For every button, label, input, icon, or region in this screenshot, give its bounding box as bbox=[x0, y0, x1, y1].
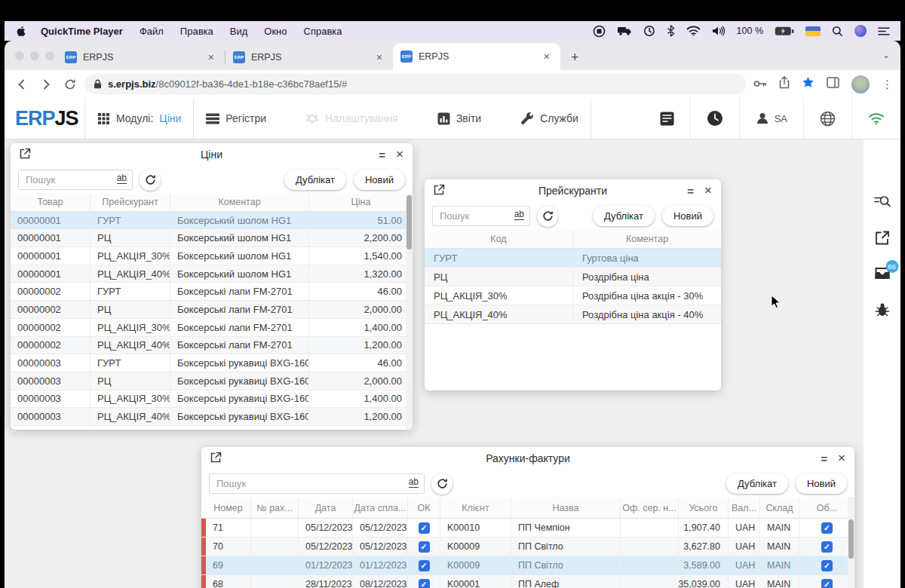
column-header[interactable]: Об... bbox=[799, 498, 854, 518]
column-header[interactable]: Прейскурант bbox=[90, 194, 170, 211]
duplicate-button[interactable]: Дублікат bbox=[726, 473, 788, 494]
rail-inbox-icon[interactable]: 66 bbox=[873, 266, 891, 283]
reload-button[interactable] bbox=[60, 75, 80, 94]
refresh-button[interactable] bbox=[431, 473, 452, 495]
volume-icon[interactable] bbox=[712, 26, 726, 36]
tab-close-icon[interactable]: × bbox=[373, 51, 385, 63]
rail-bug-icon[interactable] bbox=[875, 302, 890, 320]
nav-reports[interactable]: Звіти bbox=[437, 112, 481, 125]
bookmark-star-icon[interactable] bbox=[802, 76, 814, 92]
table-row[interactable]: 6828/11/202308/12/2023✓K00001ПП Алеф35,0… bbox=[201, 575, 854, 588]
duplicate-button[interactable]: Дублікат bbox=[593, 206, 655, 226]
table-row[interactable]: 00000003ГУРТБоксерські рукавиці BXG-1600… bbox=[11, 354, 413, 372]
column-header[interactable]: Вал... bbox=[729, 498, 760, 518]
siri-icon[interactable] bbox=[854, 25, 867, 37]
prices-titlebar[interactable]: Ціни =× bbox=[11, 143, 413, 166]
new-button[interactable]: Новий bbox=[354, 170, 405, 190]
column-header[interactable]: Усього bbox=[679, 498, 729, 518]
browser-tab-2[interactable]: ERP ERPJS × bbox=[225, 44, 393, 70]
menu-help[interactable]: Справка bbox=[304, 26, 342, 37]
bluetooth-icon[interactable] bbox=[667, 25, 675, 37]
column-header[interactable]: Оф. сер. н... bbox=[621, 498, 679, 518]
table-row[interactable]: 00000002ГУРТБоксерські лапи FM-270146.00 bbox=[11, 283, 413, 301]
new-tab-button[interactable]: + bbox=[571, 50, 579, 66]
delivery-truck-icon[interactable] bbox=[617, 26, 632, 36]
menubar-app-name[interactable]: QuickTime Player bbox=[41, 26, 123, 37]
checkbox-checked[interactable]: ✓ bbox=[419, 541, 430, 553]
modules-active-value[interactable]: Ціни bbox=[159, 112, 181, 124]
checkbox-checked[interactable]: ✓ bbox=[419, 579, 430, 588]
menu-window[interactable]: Окно bbox=[264, 26, 287, 37]
search-input[interactable] bbox=[209, 473, 425, 494]
refresh-button[interactable] bbox=[140, 170, 161, 191]
address-bar[interactable]: s.erpjs.biz/8c09012f-ba36-4de1-b18e-c36b… bbox=[84, 74, 746, 94]
new-button[interactable]: Новий bbox=[662, 206, 713, 226]
column-header[interactable]: Коментар bbox=[573, 230, 721, 248]
table-row[interactable]: 00000002РЦ_АКЦІЯ_30%Боксерські лапи FM-2… bbox=[11, 319, 413, 337]
side-panel-icon[interactable] bbox=[827, 77, 839, 91]
table-row[interactable]: 00000001ГУРТБоксерський шолом HG151.00 bbox=[11, 212, 413, 230]
header-news-button[interactable] bbox=[644, 98, 690, 139]
new-button[interactable]: Новий bbox=[796, 473, 847, 494]
tab-close-icon[interactable]: × bbox=[541, 51, 553, 63]
share-icon[interactable] bbox=[779, 76, 790, 92]
column-header[interactable]: Дата bbox=[299, 498, 353, 518]
checkbox-checked[interactable]: ✓ bbox=[821, 522, 833, 534]
column-header[interactable]: № рах... bbox=[251, 498, 299, 518]
rail-open-external-icon[interactable] bbox=[874, 230, 890, 249]
table-row[interactable]: РЦ_АКЦІЯ_40%Роздрібна ціна акція - 40% bbox=[425, 305, 721, 324]
minimize-icon[interactable]: = bbox=[687, 185, 694, 198]
tab-close-icon[interactable]: × bbox=[205, 51, 217, 63]
column-header[interactable]: Склад bbox=[760, 498, 799, 518]
column-header[interactable]: Товар bbox=[11, 194, 90, 211]
nav-services[interactable]: Служби bbox=[520, 112, 578, 125]
header-history-button[interactable] bbox=[690, 98, 739, 139]
table-row[interactable]: 7005/12/202305/12/2023✓K00009ПП Світло3,… bbox=[201, 537, 854, 556]
table-row[interactable]: РЦ_АКЦІЯ_30%Роздрібна ціна акція - 30% bbox=[425, 286, 721, 305]
duplicate-button[interactable]: Дублікат bbox=[284, 170, 346, 190]
match-case-toggle[interactable]: ab bbox=[409, 477, 419, 488]
table-row[interactable]: ГУРТГуртова ціна bbox=[425, 249, 721, 268]
search-input[interactable] bbox=[18, 170, 133, 190]
table-row[interactable]: 7105/12/202305/12/2023✓K00010ПП Чемпіон1… bbox=[201, 519, 854, 537]
nav-registers[interactable]: Регістри bbox=[206, 112, 266, 124]
scrollbar-thumb[interactable] bbox=[406, 195, 412, 250]
table-row[interactable]: РЦРоздрібна ціна bbox=[425, 268, 721, 286]
screen-record-stop-icon[interactable] bbox=[593, 25, 606, 38]
table-row[interactable]: 00000001РЦ_АКЦІЯ_30%Боксерський шолом HG… bbox=[11, 247, 413, 265]
forward-button[interactable] bbox=[36, 75, 56, 94]
match-case-toggle[interactable]: ab bbox=[117, 173, 127, 184]
time-machine-icon[interactable] bbox=[643, 25, 655, 37]
scrollbar-thumb[interactable] bbox=[848, 519, 854, 559]
rail-search-filter-icon[interactable] bbox=[874, 194, 891, 213]
profile-avatar[interactable] bbox=[851, 75, 870, 93]
close-icon[interactable]: × bbox=[704, 183, 712, 198]
checkbox-checked[interactable]: ✓ bbox=[419, 522, 430, 534]
window-traffic-lights[interactable] bbox=[15, 51, 54, 60]
table-row[interactable]: 00000003РЦ_АКЦІЯ_30%Боксерські рукавиці … bbox=[11, 390, 413, 409]
spotlight-search-icon[interactable] bbox=[832, 26, 843, 37]
control-center-icon[interactable] bbox=[878, 26, 890, 36]
table-row[interactable]: 00000002РЦБоксерські лапи FM-27012,000.0… bbox=[11, 301, 413, 319]
minimize-icon[interactable]: = bbox=[379, 149, 385, 161]
wifi-icon[interactable] bbox=[686, 26, 701, 36]
column-header[interactable]: Назва bbox=[511, 498, 621, 518]
checkbox-checked[interactable]: ✓ bbox=[821, 560, 833, 571]
checkbox-checked[interactable]: ✓ bbox=[821, 541, 833, 553]
header-language-button[interactable] bbox=[803, 98, 851, 139]
menu-file[interactable]: Файл bbox=[140, 26, 164, 37]
column-header[interactable]: Ціна bbox=[309, 194, 413, 211]
browser-tab-1[interactable]: ERP ERPJS × bbox=[57, 44, 225, 70]
minimize-icon[interactable]: = bbox=[821, 452, 827, 465]
checkbox-checked[interactable]: ✓ bbox=[419, 560, 430, 571]
menu-view[interactable]: Вид bbox=[230, 26, 248, 37]
table-row[interactable]: 00000001РЦБоксерський шолом HG12,200.00 bbox=[11, 229, 413, 247]
browser-tab-3-active[interactable]: ERP ERPJS × bbox=[393, 43, 560, 70]
close-icon[interactable]: × bbox=[838, 451, 845, 466]
close-icon[interactable]: × bbox=[396, 147, 403, 162]
browser-menu-icon[interactable]: ⋮ bbox=[882, 78, 893, 91]
column-header[interactable]: Номер bbox=[206, 498, 251, 518]
column-header[interactable]: Код bbox=[425, 230, 573, 248]
table-row[interactable]: 00000002РЦ_АКЦІЯ_40%Боксерські лапи FM-2… bbox=[11, 337, 413, 355]
battery-icon[interactable] bbox=[775, 26, 794, 36]
